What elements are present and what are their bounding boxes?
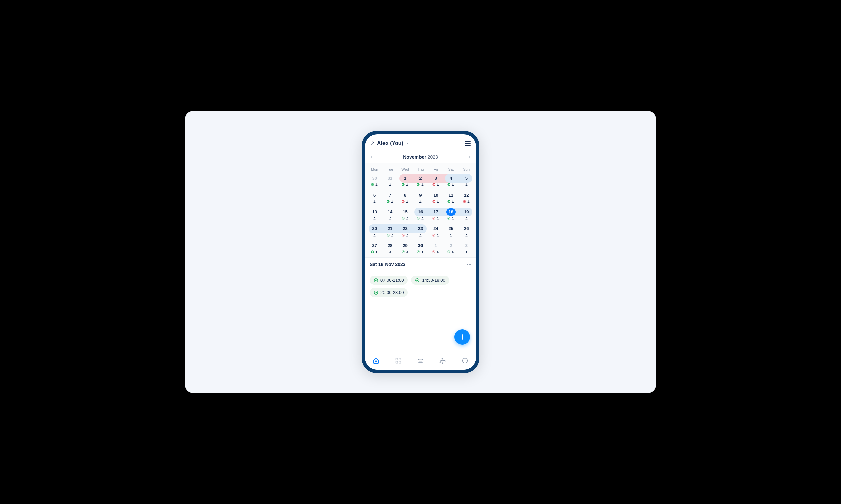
day-status-marks — [402, 199, 409, 203]
svg-point-45 — [466, 234, 467, 235]
calendar-day[interactable]: 9 — [413, 190, 428, 205]
svg-point-11 — [452, 183, 453, 184]
svg-point-24 — [468, 200, 469, 201]
calendar-day[interactable]: 31 — [382, 173, 397, 189]
calendar-day[interactable]: 19 — [459, 207, 474, 222]
calendar-day[interactable]: 17 — [428, 207, 443, 222]
day-number: 5 — [462, 175, 471, 182]
calendar-day[interactable]: 12 — [459, 190, 474, 205]
calendar-day[interactable]: 5 — [459, 173, 474, 189]
day-status-marks — [402, 182, 409, 186]
svg-point-28 — [407, 217, 408, 218]
add-button[interactable] — [454, 329, 470, 345]
svg-point-47 — [376, 251, 377, 252]
calendar-day[interactable]: 13 — [367, 207, 382, 222]
dow-label: Sun — [459, 167, 474, 172]
calendar-day[interactable]: 2 — [413, 173, 428, 189]
calendar-week: 303112345 — [367, 173, 474, 189]
calendar-day[interactable]: 15 — [398, 207, 413, 222]
svg-point-5 — [407, 183, 408, 184]
tab-plane[interactable] — [432, 351, 454, 370]
day-number: 3 — [462, 242, 471, 249]
svg-point-12 — [466, 183, 467, 184]
more-options-button[interactable] — [467, 264, 471, 265]
tab-clock[interactable] — [454, 351, 476, 370]
calendar-day[interactable]: 3 — [459, 240, 474, 256]
svg-point-44 — [450, 234, 451, 235]
calendar-day[interactable]: 1 — [398, 173, 413, 189]
svg-rect-65 — [399, 361, 401, 363]
day-status-marks — [387, 199, 394, 203]
calendar-day[interactable]: 3 — [428, 173, 443, 189]
home-icon — [373, 357, 379, 364]
day-number: 4 — [446, 175, 456, 182]
time-slot-chip[interactable]: 14:30-18:00 — [411, 275, 449, 285]
day-status-marks — [465, 250, 468, 254]
calendar-grid: MonTueWedThuFriSatSun 303112345678910111… — [365, 163, 476, 258]
slot-time: 14:30-18:00 — [422, 277, 445, 283]
calendar-day[interactable]: 7 — [382, 190, 397, 205]
calendar-day[interactable]: 14 — [382, 207, 397, 222]
calendar-day[interactable]: 23 — [413, 224, 428, 239]
calendar-day[interactable]: 1 — [428, 240, 443, 256]
svg-point-41 — [420, 234, 421, 235]
calendar-day[interactable]: 21 — [382, 224, 397, 239]
calendar-day[interactable]: 24 — [428, 224, 443, 239]
calendar-day[interactable]: 30 — [413, 240, 428, 256]
day-number: 1 — [431, 242, 440, 249]
day-status-marks — [389, 216, 392, 220]
day-status-marks — [371, 250, 378, 254]
calendar-day[interactable]: 11 — [443, 190, 459, 205]
svg-point-57 — [466, 251, 467, 252]
calendar-day[interactable]: 30 — [367, 173, 382, 189]
time-slot-chip[interactable]: 07:00-11:00 — [370, 275, 408, 285]
calendar-day[interactable]: 8 — [398, 190, 413, 205]
next-month-button[interactable] — [467, 155, 471, 159]
user-selector[interactable]: Alex (You) — [371, 141, 409, 146]
calendar-day[interactable]: 25 — [443, 224, 459, 239]
day-number: 30 — [370, 175, 379, 182]
calendar-day[interactable]: 29 — [398, 240, 413, 256]
svg-point-36 — [374, 234, 375, 235]
svg-point-38 — [392, 234, 393, 235]
day-status-marks — [402, 233, 409, 237]
day-status-marks — [432, 233, 439, 237]
tab-grid[interactable] — [387, 351, 409, 370]
svg-rect-62 — [396, 358, 398, 360]
day-status-marks — [402, 216, 409, 220]
calendar-day[interactable]: 20 — [367, 224, 382, 239]
menu-button[interactable] — [465, 141, 470, 146]
day-status-marks — [432, 199, 439, 203]
calendar-day[interactable]: 10 — [428, 190, 443, 205]
calendar-day[interactable]: 26 — [459, 224, 474, 239]
day-number: 3 — [431, 175, 440, 182]
calendar-day[interactable]: 27 — [367, 240, 382, 256]
calendar-day[interactable]: 2 — [443, 240, 459, 256]
day-number: 15 — [401, 208, 410, 216]
tab-home[interactable] — [365, 351, 387, 370]
day-number: 30 — [416, 242, 425, 249]
bottom-tab-bar — [365, 351, 476, 370]
day-status-marks — [389, 250, 392, 254]
calendar-day[interactable]: 22 — [398, 224, 413, 239]
calendar-day[interactable]: 16 — [413, 207, 428, 222]
day-number: 10 — [431, 192, 440, 199]
day-number: 12 — [462, 192, 471, 199]
calendar-day[interactable]: 6 — [367, 190, 382, 205]
calendar-week: 6789101112 — [367, 190, 474, 205]
calendar-day[interactable]: 28 — [382, 240, 397, 256]
day-number: 9 — [416, 192, 425, 199]
day-status-marks — [387, 233, 394, 237]
time-slot-chip[interactable]: 20:00-23:00 — [370, 288, 408, 297]
calendar-day[interactable]: 18 — [443, 207, 459, 222]
day-number: 8 — [401, 192, 410, 199]
prev-month-button[interactable] — [370, 155, 374, 159]
day-number: 14 — [385, 208, 395, 216]
selected-day-header: Sat 18 Nov 2023 — [365, 258, 476, 271]
svg-point-26 — [390, 217, 391, 218]
calendar-day[interactable]: 4 — [443, 173, 459, 189]
day-status-marks — [373, 233, 376, 237]
queue-icon — [417, 357, 424, 364]
day-status-marks — [417, 216, 424, 220]
tab-queue[interactable] — [409, 351, 432, 370]
